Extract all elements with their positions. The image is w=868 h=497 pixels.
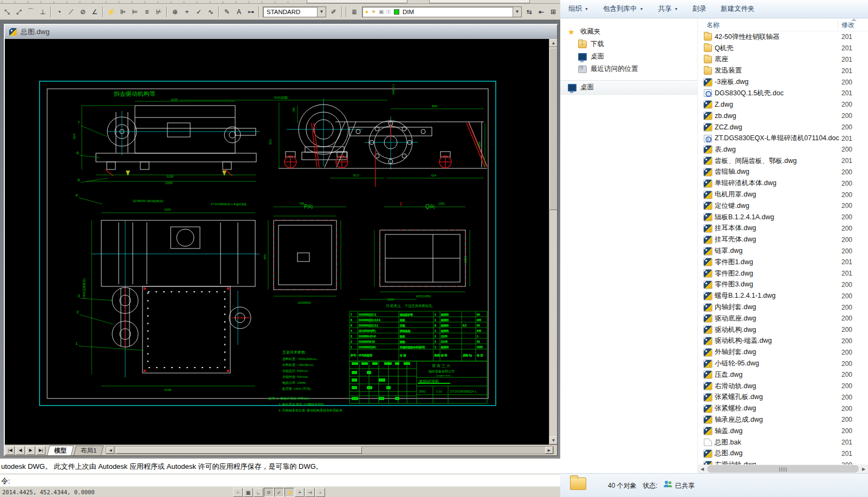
scrollbar-thumb[interactable] — [549, 48, 557, 210]
layer-combo[interactable]: ● ☀ ▣ ⚿ DIM ▼ — [362, 6, 522, 17]
dim-linear-icon[interactable]: ⤡ — [1, 6, 13, 18]
dim-baseline-icon[interactable]: ⊫ — [117, 6, 129, 18]
tab-last-icon[interactable]: ▶| — [36, 446, 46, 455]
dim-jogged-icon[interactable]: ⟋ — [65, 6, 77, 18]
sidebar-item-download-folder[interactable]: 下载 — [560, 38, 697, 50]
toggle-grid-button[interactable]: ▦ — [243, 488, 253, 497]
file-row[interactable]: 驱动机构.dwg200 — [698, 324, 868, 336]
file-row[interactable]: 电机用罩.dwg200 — [698, 189, 868, 200]
toggle-ducs-button[interactable]: ＋ — [295, 488, 305, 497]
scroll-left-icon[interactable]: ◀ — [698, 465, 707, 473]
file-row[interactable]: 张紧螺孔板.dwg200 — [698, 392, 868, 403]
sidebar-item-recent-places[interactable]: 最近访问的位置 — [560, 63, 697, 75]
dim-update-icon[interactable]: ✓ — [193, 6, 205, 18]
file-row[interactable]: 总图.bak201 — [698, 437, 868, 448]
toggle-otrack-button[interactable]: ⚡ — [284, 488, 294, 497]
file-row[interactable]: 小链轮-95.dwg200 — [698, 358, 868, 369]
toggle-dyn-button[interactable]: ⊣ — [305, 488, 315, 497]
file-list-horizontal-scrollbar[interactable]: ◀ ▶ — [698, 465, 868, 473]
file-row[interactable]: 张紧螺栓.dwg200 — [698, 403, 868, 414]
scrollbar-thumb[interactable] — [707, 465, 859, 473]
toggle-osnap-button[interactable]: ✓ — [274, 488, 284, 497]
file-row[interactable]: 右滑动轨.dwg200 — [698, 381, 868, 392]
dim-aligned-icon[interactable]: ⤢ — [13, 6, 25, 18]
sidebar-item-desktop[interactable]: 桌面 — [560, 50, 697, 63]
file-row[interactable]: 单辊碎渣机本体.dwg200 — [698, 178, 868, 189]
toggle-lwt-button[interactable]: ▫ — [315, 488, 325, 497]
layer-states-icon[interactable]: ⇆ — [523, 6, 535, 18]
scrollbar-thumb[interactable] — [116, 447, 362, 454]
dim-arc-length-icon[interactable]: ⌒ — [25, 6, 37, 18]
file-row[interactable]: 零件图1.dwg201 — [698, 257, 868, 268]
file-row[interactable]: 驱动机构-端盖.dwg200 — [698, 336, 868, 347]
toggle-snap-button[interactable]: ⁘ — [233, 488, 243, 497]
file-row[interactable]: ZT.DGS830EQX-L单辊碎渣机071104.doc201 — [698, 133, 868, 144]
dim-style-combo[interactable]: STANDARD ▼ — [263, 6, 326, 17]
column-header-name[interactable]: 名称 — [707, 21, 720, 30]
file-row[interactable]: 挂耳本体.dwg200 — [698, 223, 868, 234]
file-row[interactable]: zb.dwg200 — [698, 110, 868, 122]
scroll-down-icon[interactable]: ▼ — [549, 436, 557, 444]
dim-jog-line-icon[interactable]: ∿ — [205, 6, 217, 18]
layer-lock-icon[interactable]: ⚿ — [386, 9, 391, 15]
file-row[interactable]: 齿板、间隔齿板、鄂板.dwg201 — [698, 155, 868, 167]
file-row[interactable]: 42-50弹性柱销联轴器201 — [698, 31, 868, 43]
dim-text-edit-icon[interactable]: A — [233, 6, 245, 18]
file-row[interactable]: 齿辊轴.dwg200 — [698, 167, 868, 178]
layer-freeze-icon[interactable]: ▣ — [379, 9, 384, 15]
file-row[interactable]: 定位键.dwg200 — [698, 200, 868, 212]
drawing-canvas[interactable]: 7DGS830(Z)C-1锤条防护罩1组焊件836DGS830(Z)C.3.2-… — [5, 39, 557, 444]
toggle-polar-button[interactable]: ⧄ — [264, 488, 274, 497]
dim-angular-icon[interactable]: ∠ — [89, 6, 101, 18]
canvas-horizontal-scrollbar[interactable]: ◀ ▶ — [106, 446, 554, 454]
dim-radius-icon[interactable]: ◔ — [53, 6, 65, 18]
file-row[interactable]: 内轴封套.dwg200 — [698, 302, 868, 313]
document-titlebar[interactable]: 总图.dwg — [5, 25, 557, 39]
tab-layout1[interactable]: 布局1 — [74, 446, 104, 455]
file-row[interactable]: 零件图2.dwg201 — [698, 268, 868, 279]
file-row[interactable]: Z.dwg200 — [698, 99, 868, 110]
file-row[interactable]: 左滑动轨.dwg200 — [698, 459, 868, 465]
dim-reassociate-icon[interactable]: ⊶ — [245, 6, 257, 18]
tab-next-icon[interactable]: ▶ — [26, 446, 35, 455]
toolbar-包含到库中-button[interactable]: 包含到库中▼ — [603, 4, 643, 14]
file-row[interactable]: 零件图3.dwg200 — [698, 279, 868, 291]
toolbar-刻录-button[interactable]: 刻录 — [692, 4, 706, 14]
dim-diameter-icon[interactable]: ⊘ — [77, 6, 89, 18]
tab-first-icon[interactable]: |◀ — [5, 446, 15, 455]
sidebar-item-desktop-root[interactable]: 桌面 — [560, 81, 697, 95]
file-row[interactable]: 辐板B.1.2.4.1A.dwg200 — [698, 212, 868, 223]
file-row[interactable]: 螺母B.1.2.4.1-1.dwg200 — [698, 290, 868, 302]
toolbar-新建文件夹-button[interactable]: 新建文件夹 — [721, 4, 755, 14]
column-divider[interactable] — [838, 19, 838, 30]
dim-break-icon[interactable]: ⊬ — [153, 6, 165, 18]
file-row[interactable]: 压盘.dwg200 — [698, 369, 868, 381]
layer-isolate-icon[interactable]: ⊞ — [547, 6, 559, 18]
scroll-left-icon[interactable]: ◀ — [106, 447, 114, 454]
toggle-ortho-button[interactable]: ∟ — [254, 488, 263, 497]
quick-dimension-icon[interactable]: ⚡ — [105, 6, 117, 18]
file-row[interactable]: 外轴封套.dwg200 — [698, 346, 868, 358]
sidebar-item-favorites[interactable]: ★收藏夹 — [560, 25, 697, 38]
command-line-window[interactable]: utodesk DWG。 此文件上次由 Autodesk 应用程序或 Autod… — [0, 457, 560, 486]
layer-on-bulb-icon[interactable]: ● — [365, 9, 368, 15]
file-row[interactable]: DGS830Q.1.5机壳.doc201 — [698, 88, 868, 99]
file-row[interactable]: 发迅装置201 — [698, 65, 868, 76]
file-row[interactable]: 总图.dwg201 — [698, 448, 868, 459]
file-row[interactable]: -3座板.dwg200 — [698, 76, 868, 88]
dim-continue-icon[interactable]: ⊨ — [129, 6, 141, 18]
file-row[interactable]: 驱动底座.dwg200 — [698, 313, 868, 324]
canvas-vertical-scrollbar[interactable]: ▲ ▼ — [549, 39, 557, 444]
tolerance-icon[interactable]: ⊕ — [169, 6, 181, 18]
layer-properties-manager-icon[interactable]: ≣ — [348, 6, 360, 18]
file-row[interactable]: 挂耳壳体.dwg200 — [698, 234, 868, 245]
dim-edit-icon[interactable]: ✎ — [221, 6, 233, 18]
chevron-down-icon[interactable]: ▼ — [317, 7, 326, 17]
toolbar-组织-button[interactable]: 组织▼ — [568, 4, 588, 14]
chevron-down-icon[interactable]: ▼ — [513, 7, 521, 17]
scroll-right-icon[interactable]: ▶ — [859, 465, 868, 473]
file-row[interactable]: 表.dwg200 — [698, 144, 868, 155]
file-row[interactable]: 轴盖.dwg200 — [698, 426, 868, 437]
file-row[interactable]: Q机壳201 — [698, 43, 868, 54]
file-row[interactable]: 底座201 — [698, 54, 868, 66]
